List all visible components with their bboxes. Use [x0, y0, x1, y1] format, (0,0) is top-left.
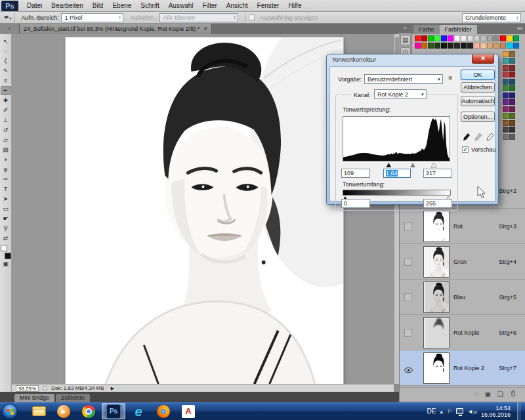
taskbar-photoshop[interactable]: Ps	[102, 403, 125, 419]
color-swatch[interactable]	[503, 58, 509, 64]
color-swatch[interactable]	[503, 106, 509, 112]
color-swatch[interactable]	[509, 58, 515, 64]
close-document-icon[interactable]: ×	[203, 24, 207, 34]
color-swatch[interactable]	[415, 43, 421, 49]
black-point-eyedropper-icon[interactable]	[462, 133, 471, 141]
document-image[interactable]	[66, 37, 343, 384]
color-swatch[interactable]	[441, 43, 447, 49]
dialog-close-icon[interactable]: ✕	[472, 54, 494, 64]
color-swatch[interactable]	[513, 35, 519, 41]
menu-auswahl[interactable]: Auswahl	[164, 0, 198, 11]
color-swatch[interactable]	[503, 93, 509, 98]
color-swatch[interactable]	[503, 113, 509, 119]
volume-icon[interactable]: ◄)))	[467, 408, 477, 415]
lasso-tool[interactable]: ζ	[1, 56, 11, 66]
color-swatch[interactable]	[503, 51, 509, 57]
delete-channel-icon[interactable]	[510, 390, 516, 398]
color-swatch[interactable]	[503, 85, 509, 91]
color-swatch[interactable]	[509, 113, 515, 119]
workspace-select[interactable]: Grundelemente↕	[462, 13, 521, 22]
preset-select[interactable]: Benutzerdefiniert▼	[364, 74, 443, 84]
gray-point-eyedropper-icon[interactable]	[474, 133, 482, 141]
menu-datei[interactable]: Datei	[22, 0, 47, 11]
color-swatch[interactable]	[503, 65, 509, 71]
options-button[interactable]: Optionen...	[461, 112, 495, 122]
visibility-eye-icon[interactable]	[404, 364, 412, 372]
color-swatch[interactable]	[461, 43, 467, 49]
color-swatch[interactable]	[509, 72, 515, 77]
action-center-flag-icon[interactable]: ⚐	[447, 408, 452, 415]
color-swatch[interactable]	[448, 43, 453, 49]
color-swatch[interactable]	[509, 134, 515, 140]
show-desktop-button[interactable]	[517, 402, 521, 420]
photoshop-logo[interactable]: Ps	[1, 1, 18, 11]
taskbar-explorer[interactable]	[27, 403, 51, 419]
color-swatch[interactable]	[441, 35, 447, 41]
levels-dialog[interactable]: Tonwertkorrektur ✕ Vorgabe: Benutzerdefi…	[326, 54, 499, 205]
color-swatch[interactable]	[428, 43, 434, 49]
shape-tool[interactable]: ▭	[1, 204, 11, 213]
color-swatch[interactable]	[509, 93, 515, 98]
visibility-toggle[interactable]	[404, 258, 412, 266]
color-swatch[interactable]	[513, 43, 519, 49]
input-black-field[interactable]: 109	[341, 169, 370, 178]
status-menu-arrow-icon[interactable]: ▶	[111, 386, 114, 391]
input-white-field[interactable]: 217	[423, 169, 452, 178]
tab-farbe[interactable]: Farbe	[413, 25, 440, 34]
color-swatch[interactable]	[415, 35, 421, 41]
color-swatch[interactable]	[487, 43, 493, 49]
color-swatch[interactable]	[503, 99, 509, 105]
language-indicator[interactable]: DE	[427, 408, 436, 415]
color-swatch[interactable]	[503, 120, 509, 126]
dodge-tool[interactable]: φ	[1, 165, 11, 174]
crop-tool[interactable]: #	[1, 76, 11, 85]
taskbar-acrobat[interactable]: A	[177, 403, 200, 419]
document-tab[interactable]: 24_Softskin_start.tif bei 98,3% (Hinterg…	[20, 24, 212, 34]
move-tool[interactable]: ↖	[1, 37, 11, 46]
color-swatch[interactable]	[503, 72, 509, 77]
color-swatch[interactable]	[448, 35, 453, 41]
channel-row-rot-kopie[interactable]: Rot Kopie Strg+6	[400, 315, 525, 350]
color-swatch[interactable]	[421, 35, 427, 41]
color-swatch[interactable]	[480, 35, 486, 41]
hidden-icons-arrow-icon[interactable]: ▴	[440, 408, 443, 415]
color-swatch[interactable]	[474, 35, 480, 41]
menu-schrift[interactable]: Schrift	[136, 0, 163, 11]
channel-row-rot[interactable]: Rot Strg+3	[400, 209, 525, 244]
quick-mask[interactable]: ▣	[1, 259, 11, 268]
white-point-eyedropper-icon[interactable]	[486, 133, 494, 141]
preview-checkbox[interactable]: ✓	[462, 146, 469, 153]
color-swatch[interactable]	[434, 35, 440, 41]
color-swatch[interactable]	[421, 43, 427, 49]
panel-menu-icon[interactable]: ▾≡	[517, 26, 523, 32]
swap-colors[interactable]: ⇄	[1, 234, 11, 243]
color-swatch[interactable]	[467, 43, 473, 49]
eraser-tool[interactable]: ▱	[1, 135, 11, 144]
color-swatch[interactable]	[454, 43, 460, 49]
color-swatch[interactable]	[480, 43, 486, 49]
marquee-tool[interactable]: ◌	[1, 47, 11, 56]
tab-mini-bridge[interactable]: Mini Bridge	[14, 394, 54, 402]
sample-size-select[interactable]: 1 Pixel↕	[61, 13, 123, 22]
visibility-toggle[interactable]	[404, 329, 412, 337]
collapse-panels-icon[interactable]: »	[399, 24, 411, 33]
network-icon[interactable]	[456, 408, 463, 414]
menu-bild[interactable]: Bild	[88, 0, 108, 11]
taskbar-internet-explorer[interactable]: e	[127, 403, 150, 419]
tab-zeitleiste[interactable]: Zeitleiste	[56, 394, 90, 402]
color-swatch[interactable]	[509, 51, 515, 57]
new-channel-icon[interactable]: ❏	[497, 390, 503, 398]
tab-farbfelder[interactable]: Farbfelder	[440, 25, 477, 34]
visibility-toggle[interactable]	[404, 222, 412, 230]
color-swatch[interactable]	[494, 43, 499, 49]
color-swatch[interactable]	[503, 134, 509, 140]
color-swatch[interactable]	[500, 35, 506, 41]
channel-row-blau[interactable]: Blau Strg+5	[400, 280, 525, 315]
background-color-chip[interactable]	[5, 253, 11, 259]
taskbar-chrome[interactable]	[77, 403, 100, 419]
color-swatch[interactable]	[509, 120, 515, 126]
menu-hilfe[interactable]: Hilfe	[284, 0, 306, 11]
brush-tool[interactable]: ✐	[1, 106, 11, 115]
foreground-background-colors[interactable]	[1, 245, 11, 259]
menu-ansicht[interactable]: Ansicht	[222, 0, 253, 11]
